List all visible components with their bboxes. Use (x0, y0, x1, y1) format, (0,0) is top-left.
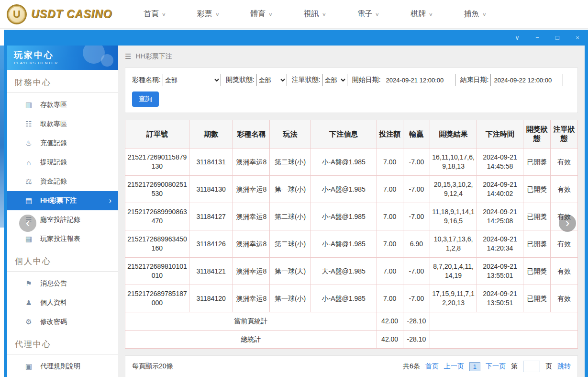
section-agent-center: 代理中心 (7, 331, 118, 354)
sidebar: 玩家中心 PLAYERS CENTER 財務中心 ▥ 存款專區 ☷ 取款專區 ♨… (7, 46, 118, 377)
chevron-right-icon: › (109, 196, 111, 205)
window-close-icon[interactable]: × (574, 34, 581, 41)
cell-result: 17,15,9,11,7,12,20,13 (430, 285, 477, 312)
withdrawal-record-icon: ⌂ (24, 159, 33, 167)
table-row: 2152172690115879130 31184131 澳洲幸运8 第二球(小… (125, 149, 578, 176)
col-win-loss: 輸贏 (403, 120, 430, 149)
current-page-button[interactable]: 1 (469, 362, 480, 371)
logo-icon: U (7, 4, 27, 24)
col-bet-info: 下注信息 (311, 120, 377, 149)
cell-period: 31184130 (189, 176, 233, 203)
recharge-record-icon: ♨ (24, 139, 33, 148)
sidebar-item-withdrawal-records[interactable]: ⌂ 提現記錄 (7, 153, 118, 172)
chevron-right-icon: › (566, 217, 570, 229)
start-date-input[interactable] (383, 74, 455, 86)
window-maximize-icon[interactable]: □ (554, 34, 561, 41)
sidebar-item-deposit-area[interactable]: ▥ 存款專區 (7, 95, 118, 114)
cell-bet-info: 小-A盤@1.985 (311, 203, 377, 230)
carousel-prev-button[interactable]: ‹ (19, 215, 36, 232)
bell-icon: ⚑ (24, 279, 33, 288)
lottery-name-select[interactable]: 全部 (163, 74, 221, 86)
start-date-label: 開始日期: (352, 76, 381, 84)
nav-item-label: 電子 (357, 9, 372, 19)
sidebar-item-player-bet-report[interactable]: ▦ 玩家投注報表 (7, 229, 118, 249)
order-status-select[interactable]: 全部 (322, 74, 347, 86)
cell-play: 第一球(小) (270, 285, 311, 312)
pagination-controls: 共6条 首页 上一页 1 下一页 第 页 跳转 (403, 361, 571, 372)
per-page-label: 每頁顯示20條 (132, 362, 173, 371)
logo[interactable]: U USDT CASINO (0, 4, 112, 24)
cell-lottery-name: 澳洲幸运8 (233, 149, 270, 176)
sidebar-item-withdraw-area[interactable]: ☷ 取款專區 (7, 114, 118, 134)
next-page-link[interactable]: 下一页 (486, 362, 506, 371)
sidebar-item-profile[interactable]: ♟ 個人資料 (7, 293, 118, 312)
person-icon: ♟ (24, 298, 33, 307)
draw-status-select[interactable]: 全部 (256, 74, 287, 86)
nav-item-label: 棋牌 (410, 9, 426, 19)
nav-item-slots[interactable]: 電子 ∨ (341, 0, 395, 29)
cell-bet-time: 2024-09-21 14:20:34 (477, 230, 523, 258)
cell-bet-info: 小-A盤@1.985 (311, 230, 377, 258)
prev-page-link[interactable]: 上一页 (444, 362, 464, 371)
cell-order-status: 有效 (551, 149, 578, 176)
draw-status-label: 開獎狀態: (226, 76, 255, 84)
summary-win-loss: -28.10 (403, 312, 430, 331)
sidebar-item-agent-rules[interactable]: ▣ 代理規則說明 (7, 357, 118, 376)
cell-amount: 7.00 (377, 258, 403, 285)
window-collapse-icon[interactable]: ∨ (513, 34, 521, 41)
pagination-bar: 每頁顯示20條 共6条 首页 上一页 1 下一页 第 页 跳转 (125, 355, 578, 377)
main-menu: 首頁 ∨ 彩票 ∨ 體育 ∨ 視訊 ∨ 電子 ∨ 棋牌 ∨ 捕魚 ∨ (128, 0, 501, 29)
cell-result: 16,11,10,17,6,9,18,13 (430, 149, 477, 176)
col-amount: 投注額 (377, 120, 403, 149)
menu-toggle-icon[interactable]: ☰ (125, 52, 131, 61)
sidebar-item-recharge-records[interactable]: ♨ 充值記錄 (7, 134, 118, 153)
page-jump-input[interactable] (523, 361, 540, 372)
top-navbar: U USDT CASINO 首頁 ∨ 彩票 ∨ 體育 ∨ 視訊 ∨ 電子 ∨ 棋… (0, 0, 588, 29)
sidebar-item-funds-records[interactable]: ⚖ 資金記錄 (7, 172, 118, 191)
window-titlebar[interactable]: ∨ − □ × (4, 30, 588, 46)
nav-item-sports[interactable]: 體育 ∨ (234, 0, 288, 29)
cell-win-loss: -7.00 (403, 285, 430, 312)
summary-empty (430, 312, 578, 331)
sidebar-item-label: HH彩票下注 (40, 196, 77, 205)
end-date-input[interactable] (490, 74, 563, 86)
nav-item-lottery[interactable]: 彩票 ∨ (181, 0, 235, 29)
chevron-down-icon: ∨ (482, 12, 486, 17)
search-button[interactable]: 查詢 (132, 91, 159, 107)
table-row: 2152172689785187000 31184120 澳洲幸运8 第一球(小… (125, 285, 578, 312)
nav-item-home[interactable]: 首頁 ∨ (128, 0, 181, 29)
cell-win-loss: 6.90 (403, 230, 430, 258)
cell-order-status: 有效 (551, 258, 578, 285)
window-minimize-icon[interactable]: − (533, 34, 541, 41)
sidebar-item-hh-lottery-bets[interactable]: ▤ HH彩票下注 › (7, 191, 118, 210)
filter-panel: 彩種名稱: 全部 開獎狀態: 全部 注單狀態: 全部 開始日期: 結束日期: (125, 68, 578, 113)
cell-play: 第一球(大) (270, 258, 311, 285)
cell-order-status: 有效 (551, 230, 578, 258)
sidebar-item-announcements[interactable]: ⚑ 消息公告 (7, 274, 118, 293)
carousel-next-button[interactable]: › (559, 215, 576, 232)
background-banner-strip (0, 46, 4, 228)
col-order-status: 注單狀態 (551, 120, 578, 149)
sidebar-item-change-password[interactable]: ⚙ 修改密碼 (7, 312, 118, 331)
nav-item-video[interactable]: 視訊 ∨ (288, 0, 342, 29)
first-page-link[interactable]: 首页 (425, 362, 439, 371)
deposit-icon: ▥ (24, 101, 33, 109)
nav-item-label: 首頁 (144, 9, 159, 19)
nav-item-label: 視訊 (304, 9, 319, 19)
cell-amount: 7.00 (377, 149, 403, 176)
nav-item-fishing[interactable]: 捕魚 ∨ (448, 0, 502, 29)
chevron-left-icon: ‹ (26, 217, 30, 229)
cell-bet-time: 2024-09-21 14:40:02 (477, 176, 523, 203)
cell-draw-status: 已開獎 (523, 203, 551, 230)
cell-bet-time: 2024-09-21 14:45:58 (477, 149, 523, 176)
cell-win-loss: -7.00 (403, 176, 430, 203)
sidebar-subtitle: PLAYERS CENTER (14, 61, 111, 65)
table-row: 2152172689963450160 31184126 澳洲幸运8 第二球(小… (125, 230, 578, 258)
order-status-label: 注單狀態: (292, 76, 321, 84)
cell-order-no: 2152172689785187000 (125, 285, 189, 312)
nav-item-cards[interactable]: 棋牌 ∨ (395, 0, 448, 29)
table-row: 2152172690080251530 31184130 澳洲幸运8 第一球(小… (125, 176, 578, 203)
jump-button[interactable]: 跳转 (557, 362, 571, 371)
cell-order-no: 2152172690115879130 (125, 149, 189, 176)
cell-amount: 7.00 (377, 203, 403, 230)
